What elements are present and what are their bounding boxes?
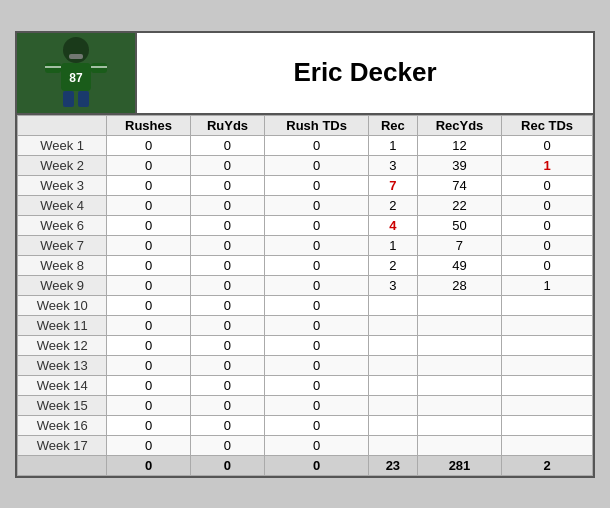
stat-cell-rec: 3 (368, 275, 417, 295)
stat-cell-rushes: 0 (107, 255, 190, 275)
stat-cell-rushtds: 0 (265, 295, 369, 315)
stat-cell-rushtds: 0 (265, 195, 369, 215)
stat-cell-recyds (417, 415, 501, 435)
stat-cell-rushtds: 0 (265, 415, 369, 435)
stat-cell-rushtds: 0 (265, 235, 369, 255)
totals-cell-recyds: 281 (417, 455, 501, 475)
player-name-cell: Eric Decker (137, 33, 593, 113)
col-rec: Rec (368, 115, 417, 135)
player-silhouette: 87 (31, 36, 121, 110)
stat-cell-rec (368, 395, 417, 415)
stat-cell-rushtds: 0 (265, 275, 369, 295)
col-rushes: Rushes (107, 115, 190, 135)
week-label: Week 9 (18, 275, 107, 295)
svg-text:87: 87 (69, 71, 83, 85)
table-row: Week 11000 (18, 315, 593, 335)
stat-cell-recyds (417, 315, 501, 335)
week-label: Week 15 (18, 395, 107, 415)
svg-rect-7 (63, 91, 74, 107)
week-label: Week 13 (18, 355, 107, 375)
stat-cell-rushes: 0 (107, 415, 190, 435)
stat-cell-rec (368, 295, 417, 315)
week-label: Week 2 (18, 155, 107, 175)
svg-point-1 (63, 37, 89, 63)
stat-cell-rectds (502, 375, 593, 395)
stat-cell-rushtds: 0 (265, 355, 369, 375)
stat-cell-rushes: 0 (107, 395, 190, 415)
stats-container: 87 Eric Decker Rushes RuYds Rush TDs (15, 31, 595, 478)
table-row: Week 17000 (18, 435, 593, 455)
col-rectds: Rec TDs (502, 115, 593, 135)
col-ruyds: RuYds (190, 115, 265, 135)
stat-cell-ruyds: 0 (190, 175, 265, 195)
table-row: Week 15000 (18, 395, 593, 415)
table-row: Week 90003281 (18, 275, 593, 295)
stat-cell-ruyds: 0 (190, 155, 265, 175)
stat-cell-ruyds: 0 (190, 275, 265, 295)
stat-cell-rushes: 0 (107, 355, 190, 375)
stat-cell-recyds (417, 395, 501, 415)
table-row: Week 13000 (18, 355, 593, 375)
stat-cell-rectds (502, 415, 593, 435)
stat-cell-recyds: 12 (417, 135, 501, 155)
stat-cell-recyds: 22 (417, 195, 501, 215)
stat-cell-rushes: 0 (107, 155, 190, 175)
stat-cell-rushes: 0 (107, 295, 190, 315)
player-photo: 87 (17, 33, 137, 113)
table-row: Week 10000 (18, 295, 593, 315)
week-label: Week 11 (18, 315, 107, 335)
stat-cell-rectds: 0 (502, 235, 593, 255)
week-label: Week 3 (18, 175, 107, 195)
stat-cell-rectds (502, 355, 593, 375)
stat-cell-rec: 2 (368, 195, 417, 215)
stat-cell-rushtds: 0 (265, 375, 369, 395)
stat-cell-rec: 2 (368, 255, 417, 275)
svg-rect-8 (78, 91, 89, 107)
stat-cell-rectds: 0 (502, 215, 593, 235)
stat-cell-rectds (502, 315, 593, 335)
stat-cell-recyds: 28 (417, 275, 501, 295)
totals-cell-rec: 23 (368, 455, 417, 475)
stat-cell-rec (368, 435, 417, 455)
stat-cell-rectds: 0 (502, 135, 593, 155)
stat-cell-rectds (502, 395, 593, 415)
stat-cell-recyds (417, 335, 501, 355)
stat-cell-rushes: 0 (107, 175, 190, 195)
stat-cell-ruyds: 0 (190, 235, 265, 255)
stat-cell-rectds (502, 335, 593, 355)
stat-cell-rectds: 0 (502, 255, 593, 275)
stat-cell-rec (368, 415, 417, 435)
stat-cell-rushes: 0 (107, 315, 190, 335)
stat-cell-rec: 1 (368, 135, 417, 155)
stat-cell-rectds (502, 435, 593, 455)
stat-cell-rec: 1 (368, 235, 417, 255)
table-row: Week 60004500 (18, 215, 593, 235)
stat-cell-rushtds: 0 (265, 135, 369, 155)
stat-cell-recyds: 39 (417, 155, 501, 175)
week-label: Week 4 (18, 195, 107, 215)
week-label: Week 8 (18, 255, 107, 275)
table-row: Week 10001120 (18, 135, 593, 155)
week-label: Week 10 (18, 295, 107, 315)
totals-cell-ruyds: 0 (190, 455, 265, 475)
table-row: Week 16000 (18, 415, 593, 435)
svg-rect-2 (69, 54, 83, 59)
stat-cell-ruyds: 0 (190, 135, 265, 155)
stat-cell-recyds: 49 (417, 255, 501, 275)
week-label: Week 7 (18, 235, 107, 255)
stat-cell-rushtds: 0 (265, 435, 369, 455)
stat-cell-rec (368, 375, 417, 395)
stat-cell-rushes: 0 (107, 335, 190, 355)
stat-cell-ruyds: 0 (190, 435, 265, 455)
stat-cell-rushtds: 0 (265, 175, 369, 195)
stat-cell-ruyds: 0 (190, 355, 265, 375)
table-row: Week 12000 (18, 335, 593, 355)
stat-cell-recyds (417, 375, 501, 395)
stat-cell-rushes: 0 (107, 215, 190, 235)
stat-cell-ruyds: 0 (190, 295, 265, 315)
stat-cell-ruyds: 0 (190, 415, 265, 435)
svg-rect-9 (45, 66, 61, 68)
stat-cell-recyds (417, 295, 501, 315)
stat-cell-rectds: 1 (502, 275, 593, 295)
stat-cell-rec: 7 (368, 175, 417, 195)
